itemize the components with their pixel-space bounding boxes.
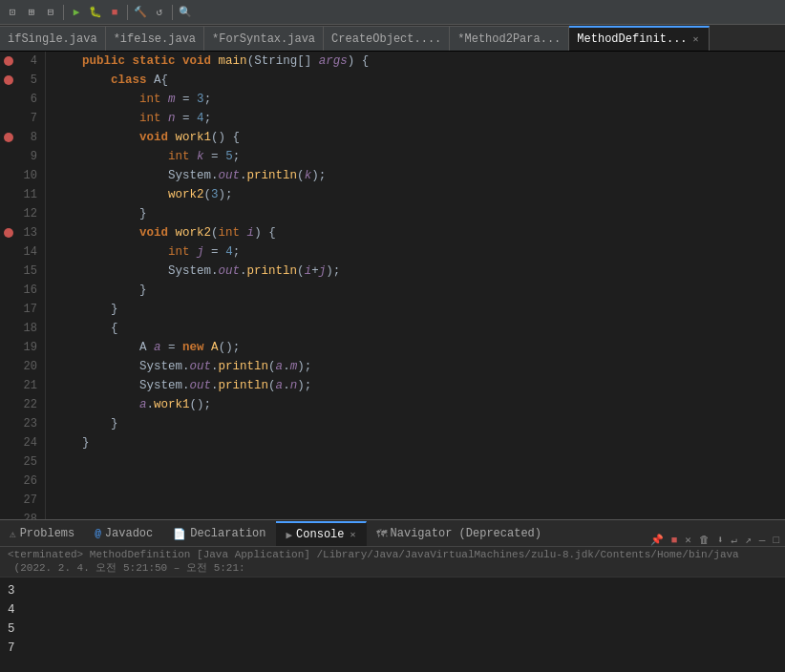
btab-declaration-icon: 📄 xyxy=(173,528,186,540)
btab-navigator[interactable]: 🗺 Navigator (Deprecated) xyxy=(367,521,552,546)
console-toolbar-scroll[interactable]: ⬇ xyxy=(715,534,726,546)
toolbar-icon-run[interactable]: ▶ xyxy=(68,4,85,21)
console-toolbar-remove[interactable]: ✕ xyxy=(683,534,693,546)
code-line-8: void work1() { xyxy=(53,128,785,147)
btab-console[interactable]: ▶ Console ✕ xyxy=(276,521,366,546)
toolbar-icon-build[interactable]: 🔨 xyxy=(132,4,149,21)
btab-problems[interactable]: ⚠ Problems xyxy=(0,521,85,546)
btab-javadoc-icon: @ xyxy=(95,528,101,539)
console-output-line-3: 5 xyxy=(8,620,777,639)
code-line-6: int m = 3; xyxy=(53,90,785,109)
console-output-line-4: 7 xyxy=(8,639,777,658)
code-line-10: System.out.println(k); xyxy=(53,166,785,185)
console-toolbar-clear[interactable]: 🗑 xyxy=(697,534,711,546)
tab-createobject-label: CreateObject.... xyxy=(331,32,441,46)
btab-javadoc[interactable]: @ Javadoc xyxy=(85,521,163,546)
gutter-row-11: 11 xyxy=(0,185,45,204)
code-line-24: } xyxy=(53,433,785,452)
console-toolbar-open-console[interactable]: ↗ xyxy=(743,534,753,546)
line-num-19: 19 xyxy=(16,341,45,354)
toolbar-icon-refresh[interactable]: ↺ xyxy=(151,4,168,21)
toolbar-sep-3 xyxy=(172,5,173,20)
line-num-22: 22 xyxy=(16,398,45,411)
bottom-tab-bar: ⚠ Problems @ Javadoc 📄 Declaration ▶ Con… xyxy=(0,520,785,547)
gutter-row-6: 6 xyxy=(0,90,45,109)
gutter-row-5: 5 xyxy=(0,71,45,90)
tab-ifSingle-label: ifSingle.java xyxy=(8,32,97,46)
toolbar-icon-2[interactable]: ⊞ xyxy=(23,4,40,21)
line-num-27: 27 xyxy=(16,494,45,507)
line-num-24: 24 xyxy=(16,436,45,450)
code-editor[interactable]: public static void main(String[] args) {… xyxy=(46,52,785,519)
editor-area: 4 5 6 7 8 9 10 xyxy=(0,52,785,519)
line-num-4: 4 xyxy=(16,54,45,68)
toolbar-icon-3[interactable]: ⊟ xyxy=(42,4,59,21)
tab-method2para[interactable]: *Method2Para... xyxy=(450,26,569,51)
gutter-row-4: 4 xyxy=(0,52,45,71)
tab-ifSingle[interactable]: ifSingle.java xyxy=(0,26,106,51)
breakpoint-8[interactable] xyxy=(0,133,16,142)
console-output-line-2: 4 xyxy=(8,600,777,620)
code-line-13: void work2(int i) { xyxy=(53,223,785,242)
code-line-28 xyxy=(53,510,785,519)
toolbar-icon-1[interactable]: ⊡ xyxy=(4,4,21,21)
tab-methoddefinit-label: MethodDefinit... xyxy=(577,32,687,46)
line-num-5: 5 xyxy=(16,74,45,87)
console-toolbar-pin[interactable]: 📌 xyxy=(648,534,666,546)
gutter-row-18: 18 xyxy=(0,319,45,338)
line-num-15: 15 xyxy=(16,264,45,278)
gutter-row-20: 20 xyxy=(0,357,45,376)
tab-forsyntax[interactable]: *ForSyntax.java xyxy=(204,26,324,51)
breakpoint-4[interactable] xyxy=(0,56,16,66)
toolbar-icon-debug[interactable]: 🐛 xyxy=(87,4,104,21)
line-num-7: 7 xyxy=(16,112,45,125)
code-line-25 xyxy=(53,452,785,472)
console-toolbar-maximize[interactable]: □ xyxy=(771,535,781,546)
breakpoint-5[interactable] xyxy=(0,75,16,85)
editor-tab-bar: ifSingle.java *ifelse.java *ForSyntax.ja… xyxy=(0,25,785,52)
line-num-23: 23 xyxy=(16,417,45,430)
tab-methoddefinit[interactable]: MethodDefinit... ✕ xyxy=(569,26,709,51)
bottom-panel: ⚠ Problems @ Javadoc 📄 Declaration ▶ Con… xyxy=(0,519,785,672)
code-line-15: System.out.println(i+j); xyxy=(53,262,785,281)
toolbar-sep-2 xyxy=(127,5,128,20)
breakpoint-13[interactable] xyxy=(0,228,16,238)
console-header-text: <terminated> MethodDefinition [Java Appl… xyxy=(8,549,777,575)
code-line-11: work2(3); xyxy=(53,185,785,204)
console-output-line-1: 3 xyxy=(8,581,777,600)
btab-declaration[interactable]: 📄 Declaration xyxy=(163,521,276,546)
gutter-row-24: 24 xyxy=(0,433,45,452)
line-num-17: 17 xyxy=(16,303,45,316)
line-num-14: 14 xyxy=(16,245,45,259)
btab-navigator-icon: 🗺 xyxy=(376,528,387,540)
btab-navigator-label: Navigator (Deprecated) xyxy=(391,527,541,540)
gutter-row-17: 17 xyxy=(0,300,45,319)
code-line-19: A a = new A(); xyxy=(53,338,785,357)
code-line-4: public static void main(String[] args) { xyxy=(53,52,785,71)
gutter-row-22: 22 xyxy=(0,395,45,414)
console-header: <terminated> MethodDefinition [Java Appl… xyxy=(0,547,785,578)
line-num-25: 25 xyxy=(16,455,45,469)
tab-ifelse[interactable]: *ifelse.java xyxy=(106,26,204,51)
tab-ifelse-label: *ifelse.java xyxy=(114,32,196,46)
line-num-20: 20 xyxy=(16,360,45,373)
btab-console-close[interactable]: ✕ xyxy=(350,529,356,540)
tab-createobject[interactable]: CreateObject.... xyxy=(324,26,450,51)
console-toolbar-minimize[interactable]: — xyxy=(757,535,768,546)
code-line-5: class A{ xyxy=(53,71,785,90)
gutter-row-10: 10 xyxy=(0,166,45,185)
btab-problems-label: Problems xyxy=(20,527,75,540)
line-num-8: 8 xyxy=(16,131,45,144)
tab-methoddefinit-close[interactable]: ✕ xyxy=(691,32,701,46)
line-num-11: 11 xyxy=(16,188,45,201)
console-toolbar-word-wrap[interactable]: ↵ xyxy=(730,534,740,546)
toolbar-sep-1 xyxy=(63,5,64,20)
gutter-row-13: 13 xyxy=(0,223,45,242)
console-toolbar-stop[interactable]: ■ xyxy=(669,535,680,546)
toolbar-icon-search[interactable]: 🔍 xyxy=(177,4,194,21)
code-line-26 xyxy=(53,472,785,491)
code-line-21: System.out.println(a.n); xyxy=(53,376,785,395)
code-line-27 xyxy=(53,491,785,510)
line-gutter: 4 5 6 7 8 9 10 xyxy=(0,52,46,519)
toolbar-icon-stop[interactable]: ■ xyxy=(106,4,123,21)
